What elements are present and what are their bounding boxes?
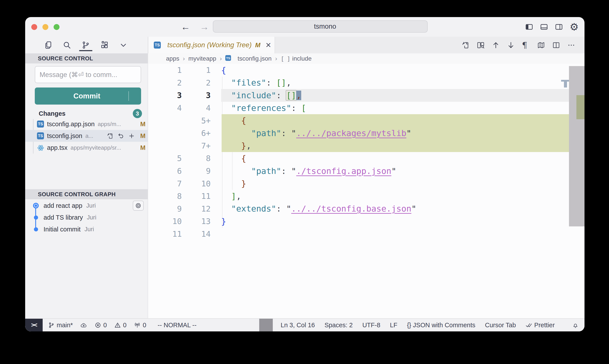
zoom-indicator-button[interactable] — [259, 319, 273, 331]
tab-close-icon[interactable]: × — [266, 40, 271, 50]
modified-line-number: 2 — [182, 78, 211, 87]
code-line[interactable]: 11{ — [148, 64, 584, 77]
changed-file-row[interactable]: TStsconfig.app.jsonapps/m...M — [25, 118, 148, 130]
chevron-down-icon — [31, 110, 37, 117]
original-line-number: 10 — [148, 217, 182, 226]
code-line[interactable]: 811 ], — [148, 190, 584, 203]
source-control-icon — [81, 41, 90, 50]
changes-section-header[interactable]: Changes 3 — [25, 108, 148, 118]
status-item-eol[interactable]: LF — [390, 322, 398, 329]
activity-bar-item-extensions[interactable] — [100, 39, 109, 51]
status-item-warning-count[interactable]: 0 — [114, 322, 127, 329]
status-item-label: LF — [390, 322, 398, 329]
activity-bar-item-search[interactable] — [62, 39, 72, 51]
gutter: 5+ — [148, 114, 211, 127]
open-file-icon[interactable] — [107, 132, 114, 139]
render-whitespace-icon[interactable]: ¶ — [522, 41, 530, 49]
layout-panel-toggle-icon[interactable] — [540, 23, 548, 31]
zoom-window-button[interactable] — [54, 24, 60, 30]
gutter: 22 — [148, 77, 211, 89]
code-line[interactable]: 69 "path": "./tsconfig.app.json" — [148, 165, 584, 177]
status-item-language-mode[interactable]: {} JSON with Comments — [407, 322, 475, 329]
code-line[interactable]: 5+ { — [148, 114, 584, 127]
nav-back-icon[interactable]: ← — [181, 22, 190, 32]
breadcrumb-label: myviteapp — [188, 55, 216, 62]
status-item-vim-mode[interactable]: -- NORMAL -- — [158, 322, 197, 329]
breadcrumb-item-apps[interactable]: apps — [166, 55, 179, 62]
status-item-branch-indicator[interactable]: main* — [48, 322, 73, 329]
changed-file-row[interactable]: TStsconfig.jsona...M — [25, 130, 148, 142]
status-item-ports-count[interactable]: 0 — [134, 322, 146, 329]
inline-diff-icon[interactable] — [477, 41, 485, 49]
checkout-target-button[interactable] — [133, 201, 144, 211]
gear-icon[interactable]: ⚙ — [570, 23, 578, 31]
code-line[interactable]: 1013} — [148, 215, 584, 228]
original-line-number: 3 — [148, 91, 182, 100]
code-line[interactable]: 710 } — [148, 177, 584, 190]
layout-sidebar-right-toggle-icon[interactable] — [555, 23, 563, 31]
source-control-section-header[interactable]: SOURCE CONTROL — [25, 53, 148, 64]
minimap-icon[interactable] — [537, 41, 545, 49]
tab-tsconfig-working-tree[interactable]: TS tsconfig.json (Working Tree) M × — [149, 37, 275, 53]
code-line[interactable]: 6+ "path": "../../packages/mytslib" — [148, 127, 584, 140]
minimize-window-button[interactable] — [42, 24, 48, 30]
previous-change-icon[interactable] — [492, 41, 500, 49]
code-line[interactable]: 44 "references": [ — [148, 102, 584, 114]
close-window-button[interactable] — [31, 24, 37, 30]
commit-row[interactable]: add TS libraryJuri — [25, 211, 148, 223]
commit-button-label: Commit — [74, 92, 100, 100]
commit-row[interactable]: Initial commitJuri — [25, 223, 148, 235]
target-icon — [135, 202, 142, 209]
activity-bar-item-more-views[interactable] — [119, 39, 128, 51]
status-item-publish-changes[interactable] — [80, 322, 87, 329]
code-line[interactable]: 33 "include": [], — [148, 89, 584, 102]
sparkle-icon[interactable] — [129, 71, 136, 78]
code-line[interactable]: 7+ }, — [148, 140, 584, 152]
code-line[interactable]: 58 { — [148, 152, 584, 165]
code-area[interactable]: 11{22 "files": [],33 "include": [],44 "r… — [148, 64, 584, 318]
commit-dot — [33, 226, 39, 233]
status-item-encoding[interactable]: UTF-8 — [362, 322, 380, 329]
status-item-formatter[interactable]: Prettier — [525, 322, 555, 329]
gutter: 58 — [148, 152, 211, 165]
code-token — [221, 154, 241, 163]
next-change-icon[interactable] — [507, 41, 515, 49]
code-token: : — [276, 91, 281, 100]
command-center-search[interactable]: tsmono — [213, 20, 428, 33]
modified-line-number: 9 — [182, 167, 211, 175]
code-line[interactable]: 912 "extends": "../../tsconfig.base.json… — [148, 203, 584, 215]
activity-bar-item-explorer[interactable] — [43, 39, 53, 51]
commit-message-input[interactable]: Message (⌘⏎ to comm... — [35, 66, 141, 83]
activity-bar-item-source-control[interactable] — [81, 39, 90, 51]
code-text: "extends": "../../tsconfig.base.json" — [221, 203, 416, 215]
breadcrumb-item-tsconfig.json[interactable]: TStsconfig.json — [225, 55, 272, 62]
status-item-error-count[interactable]: 0 — [94, 322, 107, 329]
changed-file-row[interactable]: app.tsxapps/myviteapp/sr...M — [25, 142, 148, 154]
breadcrumb-item-include[interactable]: [ ]include — [281, 55, 312, 62]
discard-changes-icon[interactable] — [117, 132, 124, 139]
nav-forward-icon[interactable]: → — [200, 22, 209, 32]
stage-changes-icon[interactable] — [128, 132, 135, 139]
status-item-indentation[interactable]: Spaces: 2 — [324, 322, 353, 329]
notifications-bell-button[interactable] — [572, 322, 579, 329]
more-actions-icon[interactable] — [567, 41, 575, 49]
breadcrumb-item-myviteapp[interactable]: myviteapp — [188, 55, 216, 62]
commit-row[interactable]: add react appJuri — [25, 200, 148, 211]
remote-indicator-button[interactable]: >< — [25, 319, 43, 331]
split-editor-icon[interactable] — [552, 41, 560, 49]
changes-count-badge: 3 — [133, 109, 142, 118]
code-line[interactable]: 1114 — [148, 228, 584, 240]
open-file-icon[interactable] — [462, 41, 470, 49]
status-item-cursor-position[interactable]: Ln 3, Col 16 — [281, 322, 315, 329]
zoom-in-icon — [262, 321, 270, 329]
editor-scrollbar[interactable] — [569, 66, 584, 226]
source-control-graph-section-header[interactable]: SOURCE CONTROL GRAPH — [25, 189, 148, 199]
code-line[interactable]: 22 "files": [], — [148, 77, 584, 89]
code-token — [296, 103, 301, 113]
commit-dropdown-button[interactable] — [129, 93, 141, 99]
status-item-cursor-tab[interactable]: Cursor Tab — [485, 322, 516, 329]
commit-button[interactable]: Commit — [35, 88, 141, 104]
code-token: : — [281, 129, 286, 138]
search-icon — [304, 23, 311, 30]
layout-sidebar-left-toggle-icon[interactable] — [525, 23, 533, 31]
